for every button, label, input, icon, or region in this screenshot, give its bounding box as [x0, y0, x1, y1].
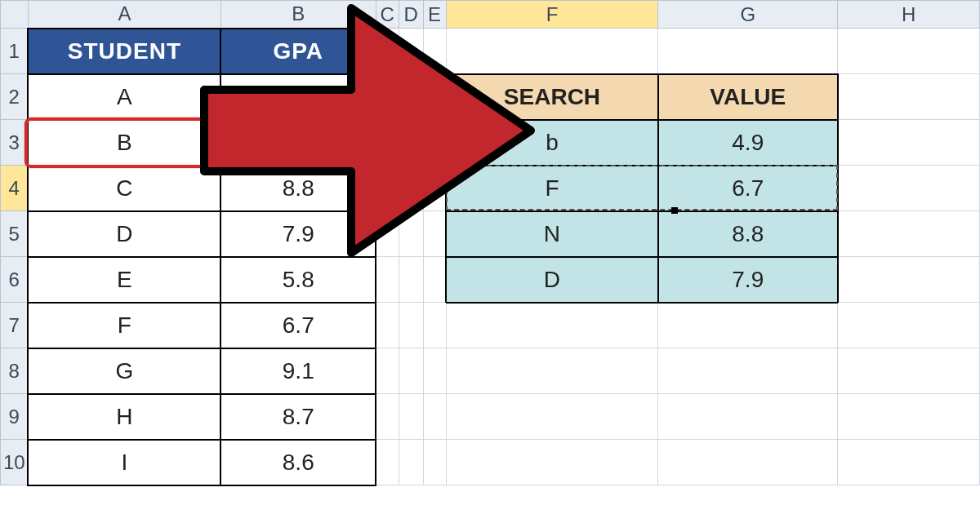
cell-F3[interactable]: b	[446, 120, 658, 166]
grid[interactable]: A B C D E F G H 1 STUDENT GPA 2 A 7.5 SE…	[0, 0, 980, 486]
cell-H6[interactable]	[838, 257, 980, 303]
cell-D8[interactable]	[399, 348, 423, 394]
cell-C4[interactable]	[376, 166, 399, 211]
cell-B1[interactable]: GPA	[220, 29, 376, 74]
cell-G6[interactable]: 7.9	[658, 257, 838, 303]
spreadsheet[interactable]: A B C D E F G H 1 STUDENT GPA 2 A 7.5 SE…	[0, 0, 980, 486]
cell-E5[interactable]	[423, 211, 446, 257]
cell-H2[interactable]	[838, 74, 980, 120]
col-header-H[interactable]: H	[838, 1, 980, 29]
cell-D9[interactable]	[399, 394, 423, 440]
cell-B3[interactable]: 4.9	[220, 120, 376, 166]
cell-C9[interactable]	[376, 394, 399, 440]
cell-B5[interactable]: 7.9	[220, 211, 376, 257]
cell-G8[interactable]	[658, 348, 838, 394]
cell-E7[interactable]	[423, 303, 446, 348]
cell-D5[interactable]	[399, 211, 423, 257]
cell-G7[interactable]	[658, 303, 838, 348]
cell-F5[interactable]: N	[446, 211, 658, 257]
cell-E6[interactable]	[423, 257, 446, 303]
cell-A8[interactable]: G	[28, 348, 220, 394]
cell-E10[interactable]	[423, 440, 446, 485]
cell-A3[interactable]: B	[28, 120, 220, 166]
cell-H7[interactable]	[838, 303, 980, 348]
cell-A4[interactable]: C	[28, 166, 220, 211]
cell-F6[interactable]: D	[446, 257, 658, 303]
cell-G1[interactable]	[658, 29, 838, 74]
cell-F7[interactable]	[446, 303, 658, 348]
cell-H8[interactable]	[838, 348, 980, 394]
cell-A7[interactable]: F	[28, 303, 220, 348]
select-all-corner[interactable]	[1, 1, 29, 29]
cell-A2[interactable]: A	[28, 74, 220, 120]
cell-A1[interactable]: STUDENT	[28, 29, 220, 74]
cell-D1[interactable]	[399, 29, 423, 74]
cell-C10[interactable]	[376, 440, 399, 485]
row-header-6[interactable]: 6	[1, 257, 29, 303]
cell-F4[interactable]: F	[446, 166, 658, 211]
cell-E4[interactable]	[423, 166, 446, 211]
row-header-1[interactable]: 1	[1, 29, 29, 74]
col-header-B[interactable]: B	[220, 1, 376, 29]
cell-A6[interactable]: E	[28, 257, 220, 303]
row-header-10[interactable]: 10	[1, 440, 29, 485]
cell-H9[interactable]	[838, 394, 980, 440]
cell-G4[interactable]: 6.7	[658, 166, 838, 211]
cell-B8[interactable]: 9.1	[220, 348, 376, 394]
col-header-A[interactable]: A	[28, 1, 220, 29]
cell-C7[interactable]	[376, 303, 399, 348]
cell-H5[interactable]	[838, 211, 980, 257]
cell-E3[interactable]	[423, 120, 446, 166]
cell-A5[interactable]: D	[28, 211, 220, 257]
cell-E9[interactable]	[423, 394, 446, 440]
cell-C3[interactable]	[376, 120, 399, 166]
cell-D4[interactable]	[399, 166, 423, 211]
cell-G10[interactable]	[658, 440, 838, 485]
cell-F2[interactable]: SEARCH	[446, 74, 658, 120]
cell-F10[interactable]	[446, 440, 658, 485]
row-header-9[interactable]: 9	[1, 394, 29, 440]
cell-A10[interactable]: I	[28, 440, 220, 485]
row-header-7[interactable]: 7	[1, 303, 29, 348]
cell-D6[interactable]	[399, 257, 423, 303]
cell-D10[interactable]	[399, 440, 423, 485]
cell-B4[interactable]: 8.8	[220, 166, 376, 211]
cell-E1[interactable]	[423, 29, 446, 74]
cell-C8[interactable]	[376, 348, 399, 394]
col-header-D[interactable]: D	[399, 1, 423, 29]
cell-F9[interactable]	[446, 394, 658, 440]
cell-A9[interactable]: H	[28, 394, 220, 440]
col-header-C[interactable]: C	[376, 1, 399, 29]
cell-H4[interactable]	[838, 166, 980, 211]
cell-D7[interactable]	[399, 303, 423, 348]
cell-D2[interactable]	[399, 74, 423, 120]
cell-E2[interactable]	[423, 74, 446, 120]
cell-B9[interactable]: 8.7	[220, 394, 376, 440]
row-header-2[interactable]: 2	[1, 74, 29, 120]
cell-C2[interactable]	[376, 74, 399, 120]
col-header-G[interactable]: G	[658, 1, 838, 29]
row-header-3[interactable]: 3	[1, 120, 29, 166]
cell-H1[interactable]	[838, 29, 980, 74]
cell-F1[interactable]	[446, 29, 658, 74]
fill-handle[interactable]	[671, 207, 678, 214]
cell-B10[interactable]: 8.6	[220, 440, 376, 485]
row-header-8[interactable]: 8	[1, 348, 29, 394]
col-header-E[interactable]: E	[423, 1, 446, 29]
row-header-5[interactable]: 5	[1, 211, 29, 257]
cell-G2[interactable]: VALUE	[658, 74, 838, 120]
cell-D3[interactable]	[399, 120, 423, 166]
col-header-F[interactable]: F	[446, 1, 658, 29]
cell-B2[interactable]: 7.5	[220, 74, 376, 120]
row-header-4[interactable]: 4	[1, 166, 29, 211]
cell-G9[interactable]	[658, 394, 838, 440]
cell-C5[interactable]	[376, 211, 399, 257]
cell-G5[interactable]: 8.8	[658, 211, 838, 257]
cell-H3[interactable]	[838, 120, 980, 166]
cell-C1[interactable]	[376, 29, 399, 74]
cell-E8[interactable]	[423, 348, 446, 394]
cell-B6[interactable]: 5.8	[220, 257, 376, 303]
cell-B7[interactable]: 6.7	[220, 303, 376, 348]
cell-C6[interactable]	[376, 257, 399, 303]
cell-F8[interactable]	[446, 348, 658, 394]
